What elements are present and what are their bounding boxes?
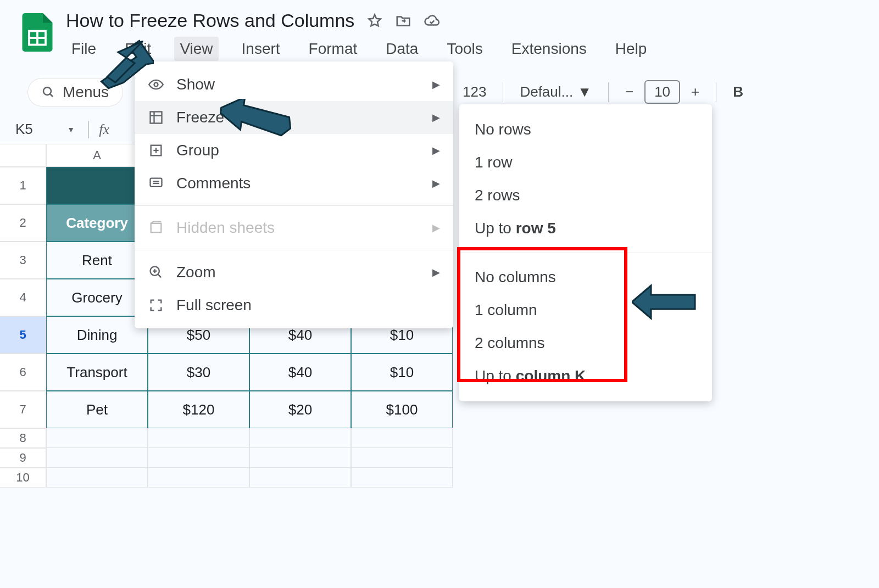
label-prefix: Up to: [475, 220, 516, 237]
cell-a3[interactable]: Rent: [46, 242, 148, 279]
comments-icon: [148, 175, 164, 192]
doc-title[interactable]: How to Freeze Rows and Columns: [66, 10, 354, 31]
cell-b6[interactable]: $30: [148, 354, 249, 391]
font-size-decrease[interactable]: −: [619, 80, 640, 104]
divider: [503, 82, 503, 102]
menu-data[interactable]: Data: [380, 37, 424, 61]
cell-b7[interactable]: $120: [148, 391, 249, 428]
row-header-4[interactable]: 4: [0, 279, 46, 316]
menu-label: Zoom: [176, 264, 216, 281]
freeze-1-row[interactable]: 1 row: [459, 146, 712, 179]
cell-c7[interactable]: $20: [249, 391, 351, 428]
menu-label: Hidden sheets: [176, 219, 275, 237]
font-family-label: Defaul...: [520, 83, 573, 100]
col-header-a[interactable]: A: [46, 144, 148, 167]
menu-format[interactable]: Format: [303, 37, 363, 61]
row-header-3[interactable]: 3: [0, 242, 46, 279]
svg-line-4: [50, 94, 53, 97]
view-freeze[interactable]: Freeze ▶: [135, 101, 453, 134]
menu-view[interactable]: View: [174, 37, 218, 61]
font-family-select[interactable]: Defaul... ▼: [513, 80, 598, 104]
select-all-corner[interactable]: [0, 144, 46, 167]
view-menu-dropdown: Show ▶ Freeze ▶ Group ▶ Comments ▶ Hidde…: [135, 61, 453, 328]
group-icon: [148, 142, 164, 159]
fullscreen-icon: [148, 297, 164, 313]
chevron-down-icon: ▼: [577, 83, 592, 100]
row-header-6[interactable]: 6: [0, 354, 46, 391]
sheet-icon: [148, 220, 164, 236]
annotation-arrow-icon: [220, 99, 291, 143]
view-show[interactable]: Show ▶: [135, 68, 453, 101]
row-header-9[interactable]: 9: [0, 448, 46, 468]
move-folder-icon[interactable]: [395, 13, 411, 29]
cell-a2[interactable]: Category: [46, 204, 148, 242]
chevron-down-icon: ▼: [67, 125, 75, 134]
cell-a5[interactable]: Dining: [46, 316, 148, 354]
cell-reference-box[interactable]: K5 ▼: [8, 121, 79, 138]
submenu-arrow-icon: ▶: [432, 79, 440, 91]
cell-d7[interactable]: $100: [351, 391, 453, 428]
annotation-highlight-box: [457, 247, 627, 382]
menu-tools[interactable]: Tools: [441, 37, 488, 61]
freeze-up-to-row[interactable]: Up to row 5: [459, 212, 712, 245]
font-size-increase[interactable]: +: [685, 80, 706, 104]
menu-label: Full screen: [176, 296, 252, 314]
menu-help[interactable]: Help: [610, 37, 653, 61]
submenu-arrow-icon: ▶: [432, 111, 440, 124]
divider: [716, 82, 716, 102]
svg-marker-22: [220, 99, 291, 137]
svg-rect-15: [151, 223, 162, 232]
submenu-arrow-icon: ▶: [432, 222, 440, 234]
submenu-arrow-icon: ▶: [432, 177, 440, 189]
cell-a6[interactable]: Transport: [46, 354, 148, 391]
view-comments[interactable]: Comments ▶: [135, 167, 453, 200]
menu-label: Freeze: [176, 109, 224, 126]
view-group[interactable]: Group ▶: [135, 134, 453, 167]
svg-rect-12: [151, 178, 162, 187]
freeze-2-rows[interactable]: 2 rows: [459, 179, 712, 212]
view-zoom[interactable]: Zoom ▶: [135, 256, 453, 289]
menu-label: Show: [176, 76, 215, 93]
row-header-2[interactable]: 2: [0, 204, 46, 242]
menu-insert[interactable]: Insert: [236, 37, 286, 61]
svg-marker-23: [632, 285, 695, 318]
cell-a7[interactable]: Pet: [46, 391, 148, 428]
svg-point-3: [43, 87, 51, 95]
freeze-icon: [148, 109, 164, 126]
menu-label: Group: [176, 142, 219, 159]
cell-a4[interactable]: Grocery: [46, 279, 148, 316]
search-icon: [42, 86, 55, 99]
cell-a1[interactable]: [46, 167, 148, 204]
menu-label: Comments: [176, 175, 251, 192]
divider: [135, 205, 453, 206]
row-header-8[interactable]: 8: [0, 428, 46, 448]
svg-rect-6: [151, 112, 162, 124]
svg-point-5: [154, 83, 158, 87]
row-header-5[interactable]: 5: [0, 316, 46, 354]
menu-extensions[interactable]: Extensions: [506, 37, 592, 61]
bold-button[interactable]: B: [726, 80, 750, 104]
divider: [608, 82, 609, 102]
menubar: File Edit View Insert Format Data Tools …: [66, 37, 652, 61]
font-size-input[interactable]: 10: [644, 80, 680, 104]
divider: [135, 250, 453, 250]
row-header-1[interactable]: 1: [0, 167, 46, 204]
submenu-arrow-icon: ▶: [432, 144, 440, 156]
freeze-no-rows[interactable]: No rows: [459, 113, 712, 146]
number-format-button[interactable]: 123: [456, 80, 493, 104]
formula-fx-label: fx: [99, 121, 109, 138]
row-header-10[interactable]: 10: [0, 468, 46, 488]
sheets-logo-icon: [22, 13, 53, 52]
cell-reference-value: K5: [15, 121, 33, 138]
row-header-7[interactable]: 7: [0, 391, 46, 428]
star-icon[interactable]: [366, 13, 383, 29]
zoom-icon: [148, 264, 164, 281]
cell-d6[interactable]: $10: [351, 354, 453, 391]
label-bold: row 5: [516, 220, 556, 237]
view-hidden-sheets: Hidden sheets ▶: [135, 211, 453, 244]
cell-c6[interactable]: $40: [249, 354, 351, 391]
annotation-arrow-icon: [93, 38, 154, 93]
svg-line-17: [158, 275, 162, 278]
view-fullscreen[interactable]: Full screen: [135, 289, 453, 322]
cloud-saved-icon[interactable]: [424, 13, 440, 29]
